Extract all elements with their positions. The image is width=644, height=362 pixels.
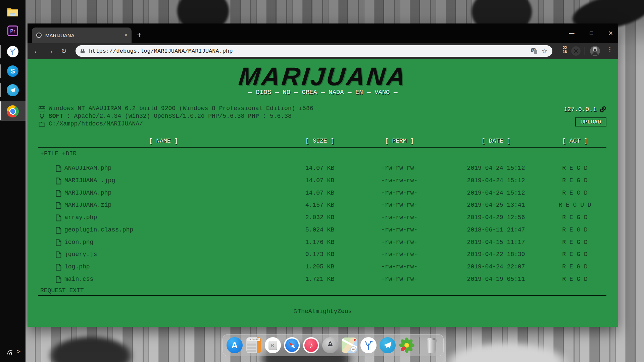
column-header-date: [ DATE ] xyxy=(462,138,530,144)
dock-item-launchpad[interactable] xyxy=(322,337,339,354)
dock: A 3.141592 K ♪ xyxy=(222,334,444,356)
column-header-name: [ NAME ] xyxy=(130,138,197,144)
chrome-icon xyxy=(7,105,19,117)
file-size: 1.176 KB xyxy=(286,239,353,246)
system-info: Windows NT ANAUJIRAM 6.2 build 9200 (Win… xyxy=(39,105,313,128)
file-name-link[interactable]: jquery.js xyxy=(64,251,97,258)
window-close-button[interactable]: × xyxy=(608,29,613,38)
lightbulb-icon xyxy=(39,113,45,120)
file-name-link[interactable]: ANAUJIRAM.php xyxy=(64,165,111,171)
taskbar-item-chrome[interactable] xyxy=(0,105,26,118)
file-name-link[interactable]: array.php xyxy=(64,214,97,221)
file-actions[interactable]: R E G U D xyxy=(541,202,608,208)
file-date: 2019-04-24 15:12 xyxy=(462,165,530,171)
profile-avatar[interactable] xyxy=(590,46,600,56)
safari-icon xyxy=(284,337,300,353)
itunes-icon: ♪ xyxy=(303,337,319,353)
dock-item-trash[interactable] xyxy=(423,337,440,354)
file-permissions: -rw-rw-rw- xyxy=(366,239,433,246)
ip-link-icon[interactable] xyxy=(600,106,606,113)
new-tab-button[interactable]: + xyxy=(137,30,142,40)
file-actions[interactable]: R E G D xyxy=(541,214,608,221)
trash-icon xyxy=(425,337,439,353)
window-maximize-button[interactable]: □ xyxy=(590,30,593,36)
server-ip: 127.0.0.1 xyxy=(564,106,596,113)
taskbar-item-coral-app[interactable] xyxy=(0,46,26,58)
dock-item-telegram[interactable] xyxy=(379,337,396,354)
table-row: MARIJUANA.zip 4.157 KB -rw-rw-rw- 2019-0… xyxy=(28,199,618,212)
file-name-link[interactable]: icon.png xyxy=(64,239,93,246)
browser-menu-icon[interactable]: ⋮ xyxy=(607,46,613,53)
file-name-link[interactable]: geoplugin.class.php xyxy=(64,226,133,233)
file-actions[interactable]: R E G D xyxy=(541,239,608,246)
file-actions[interactable]: R E G D xyxy=(541,263,608,270)
file-actions[interactable]: R E G D xyxy=(541,165,608,171)
file-actions[interactable]: R E G D xyxy=(541,276,608,282)
file-date: 2019-04-29 12:56 xyxy=(462,214,530,221)
back-button[interactable]: ← xyxy=(30,47,44,55)
table-row: ANAUJIRAM.php 14.07 KB -rw-rw-rw- 2019-0… xyxy=(28,162,618,175)
file-size: 4.157 KB xyxy=(286,202,353,208)
file-actions[interactable]: R E G D xyxy=(541,251,608,258)
file-actions[interactable]: R E G D xyxy=(541,190,608,196)
dock-item-app-store[interactable]: A xyxy=(226,337,243,354)
extension-icon[interactable] xyxy=(571,46,581,56)
dock-item-maps[interactable]: 3D xyxy=(341,337,358,354)
table-row: main.css 1.721 KB -rw-rw-rw- 2019-04-19 … xyxy=(28,273,618,286)
file-name-link[interactable]: MARIJUANA.zip xyxy=(64,202,111,208)
file-date: 2019-04-19 05:11 xyxy=(462,276,530,282)
lock-icon[interactable] xyxy=(80,48,85,54)
reload-button[interactable]: ↻ xyxy=(57,47,70,55)
dock-item-calculator[interactable]: 3.141592 xyxy=(245,337,262,354)
file-name-link[interactable]: main.css xyxy=(64,276,93,282)
file-icon xyxy=(56,214,61,221)
forward-button[interactable]: → xyxy=(44,47,57,55)
file-table: ANAUJIRAM.php 14.07 KB -rw-rw-rw- 2019-0… xyxy=(28,162,618,286)
browser-toolbar: ← → ↻ https://debugs.log/MARIJUANA/MARIJ… xyxy=(28,43,618,59)
browser-tab[interactable]: MARIJUANA × xyxy=(32,28,132,43)
file-name-link[interactable]: MARIJUANA .jpg xyxy=(64,177,115,184)
request-link[interactable]: REQUEST xyxy=(40,287,66,294)
file-date: 2019-04-25 13:41 xyxy=(462,202,530,208)
url-text[interactable]: https://debugs.log/MARIJUANA/MARIJUANA.p… xyxy=(89,48,527,54)
file-size: 1.721 KB xyxy=(286,276,353,282)
taskbar-item-file-explorer[interactable] xyxy=(0,6,26,18)
dock-item-safari[interactable] xyxy=(284,337,300,354)
launchpad-rocket-icon xyxy=(322,337,338,353)
file-actions[interactable]: R E G D xyxy=(541,226,608,233)
taskbar-item-telegram[interactable] xyxy=(0,84,26,97)
telegram-icon xyxy=(7,84,19,96)
add-dir-link[interactable]: +DIR xyxy=(62,150,77,157)
taskbar: Pr S > xyxy=(0,0,26,362)
file-date: 2019-04-24 15:12 xyxy=(462,190,530,196)
dock-item-coral-app[interactable] xyxy=(360,337,377,354)
dock-item-icq[interactable] xyxy=(398,337,415,354)
bookmark-star-icon[interactable]: ☆ xyxy=(542,47,548,55)
dock-item-itunes[interactable]: ♪ xyxy=(303,337,319,354)
wifi-icon[interactable] xyxy=(3,346,16,358)
tab-close-icon[interactable]: × xyxy=(124,32,128,39)
telegram-icon xyxy=(380,337,396,353)
file-name-link[interactable]: log.php xyxy=(64,263,90,270)
extension-badge[interactable]: 22 16 xyxy=(560,46,570,54)
exit-link[interactable]: EXIT xyxy=(69,287,84,294)
dock-item-keka[interactable]: K xyxy=(264,337,281,354)
url-bar[interactable]: https://debugs.log/MARIJUANA/MARIJUANA.p… xyxy=(76,45,552,57)
file-actions[interactable]: R E G D xyxy=(541,177,608,184)
taskbar-item-premiere[interactable]: Pr xyxy=(0,24,26,38)
file-icon xyxy=(56,264,61,271)
add-file-link[interactable]: +FILE xyxy=(40,150,58,157)
file-name-link[interactable]: MARIJUANA.php xyxy=(64,190,111,196)
show-hidden-icons-chevron[interactable]: > xyxy=(17,348,20,355)
folder-path-icon xyxy=(39,121,45,127)
upload-button[interactable]: UPLOAD xyxy=(575,117,606,126)
tab-strip: MARIJUANA × + — □ × xyxy=(28,23,618,43)
window-minimize-button[interactable]: — xyxy=(569,30,574,36)
file-size: 14.07 KB xyxy=(286,165,353,171)
os-info: Windows NT ANAUJIRAM 6.2 build 9200 (Win… xyxy=(49,105,313,112)
translate-icon[interactable]: G xyxy=(531,48,538,54)
file-size: 0.173 KB xyxy=(286,251,353,258)
file-size: 5.024 KB xyxy=(286,226,353,233)
taskbar-item-skype[interactable]: S xyxy=(0,65,26,77)
extension-badge-bottom: 16 xyxy=(560,50,570,54)
